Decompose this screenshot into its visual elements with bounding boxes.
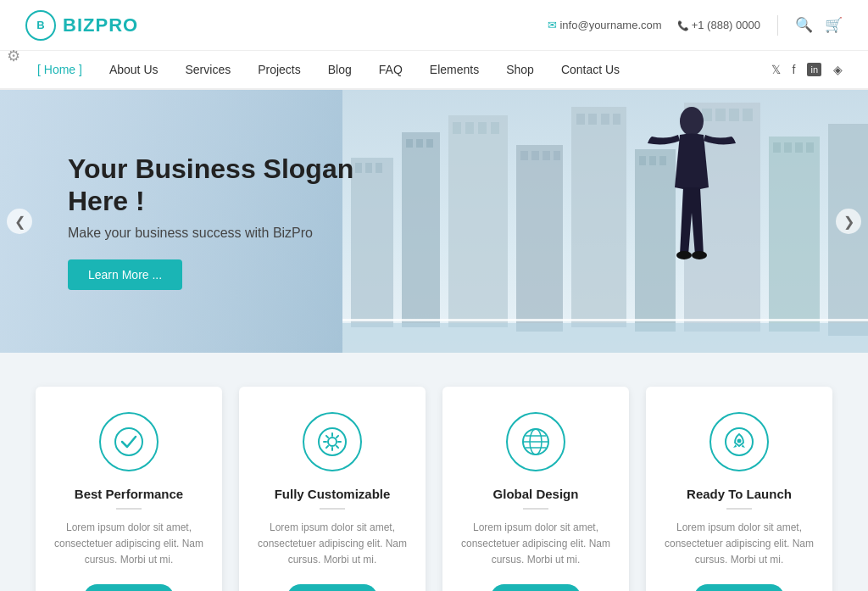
nav-item-elements[interactable]: Elements	[418, 53, 491, 86]
svg-rect-8	[426, 139, 433, 148]
svg-rect-22	[601, 114, 609, 125]
hero-city-svg	[342, 90, 868, 353]
nav-item-about[interactable]: About Us	[97, 53, 170, 86]
svg-point-46	[319, 428, 346, 455]
global-design-icon	[506, 412, 565, 471]
top-bar: B BIZPRO info@yourname.com +1 (888) 0000…	[0, 0, 868, 51]
svg-rect-9	[448, 115, 508, 327]
ready-to-launch-icon	[709, 412, 769, 471]
feature-card-ready-to-launch: Ready To Launch Lorem ipsum dolor sit am…	[646, 387, 832, 591]
fully-customizable-learn-more-button[interactable]: Learn More	[287, 584, 377, 591]
top-right-contact: info@yourname.com +1 (888) 0000 🔍 🛒	[548, 15, 843, 36]
nav-item-home[interactable]: [ Home ]	[25, 53, 94, 86]
facebook-icon[interactable]: f	[793, 63, 796, 76]
nav-item-services[interactable]: Services	[174, 53, 243, 86]
svg-rect-26	[649, 156, 656, 165]
svg-rect-20	[576, 114, 585, 125]
hero-prev-arrow[interactable]: ❮	[7, 209, 32, 234]
nav-links: [ Home ] About Us Services Projects Blog…	[25, 53, 632, 86]
rss-icon[interactable]: ◈	[833, 63, 843, 76]
svg-rect-17	[542, 151, 550, 160]
best-performance-learn-more-button[interactable]: Learn More	[84, 584, 174, 591]
svg-rect-5	[402, 132, 440, 327]
divider	[777, 15, 778, 36]
settings-icon[interactable]: ⚙	[7, 47, 20, 65]
svg-rect-33	[743, 109, 753, 121]
svg-rect-16	[531, 151, 539, 160]
hero-content: Your Business Slogan Here ! Make your bu…	[0, 153, 407, 291]
svg-rect-11	[465, 122, 474, 134]
ready-to-launch-title: Ready To Launch	[663, 487, 815, 501]
svg-point-54	[737, 439, 742, 443]
best-performance-title: Best Performance	[53, 487, 205, 501]
svg-rect-19	[571, 107, 626, 327]
search-icon[interactable]: 🔍	[795, 16, 813, 34]
best-performance-icon	[99, 412, 159, 471]
svg-rect-27	[659, 156, 666, 165]
svg-rect-21	[588, 114, 597, 125]
svg-rect-38	[806, 142, 814, 153]
svg-rect-25	[639, 156, 646, 165]
svg-rect-34	[769, 137, 820, 332]
fully-customizable-text: Lorem ipsum dolor sit amet, consectetuer…	[256, 520, 409, 569]
nav-item-faq[interactable]: FAQ	[367, 53, 415, 86]
ready-to-launch-learn-more-button[interactable]: Learn More	[694, 584, 784, 591]
svg-rect-15	[520, 151, 528, 160]
global-design-title: Global Design	[459, 487, 612, 501]
nav-item-contact[interactable]: Contact Us	[549, 53, 632, 86]
cart-icon[interactable]: 🛒	[825, 16, 843, 34]
feature-card-best-performance: Best Performance Lorem ipsum dolor sit a…	[36, 387, 222, 591]
contact-info: info@yourname.com +1 (888) 0000	[548, 19, 760, 31]
svg-rect-23	[613, 114, 620, 125]
hero-section: Your Business Slogan Here ! Make your bu…	[0, 90, 868, 353]
nav-item-blog[interactable]: Blog	[316, 53, 364, 86]
svg-rect-35	[773, 142, 781, 153]
hero-learn-more-button[interactable]: Learn More ...	[68, 259, 182, 290]
svg-point-45	[115, 428, 142, 455]
ready-to-launch-text: Lorem ipsum dolor sit amet, consectetuer…	[663, 520, 815, 569]
best-performance-text: Lorem ipsum dolor sit amet, consectetuer…	[53, 520, 205, 569]
global-design-divider	[523, 508, 548, 510]
svg-point-42	[680, 107, 704, 136]
email-info: info@yourname.com	[548, 19, 662, 31]
svg-point-47	[328, 438, 337, 446]
svg-rect-10	[453, 122, 461, 134]
svg-rect-40	[342, 323, 868, 353]
phone-info: +1 (888) 0000	[677, 19, 760, 31]
hero-title: Your Business Slogan Here !	[68, 153, 407, 218]
hero-subtitle: Make your business success with BizPro	[68, 226, 407, 241]
feature-card-global-design: Global Design Lorem ipsum dolor sit amet…	[442, 387, 629, 591]
svg-point-44	[692, 251, 707, 259]
svg-rect-12	[478, 122, 487, 134]
svg-rect-41	[342, 319, 868, 321]
global-design-text: Lorem ipsum dolor sit amet, consectetuer…	[459, 520, 612, 569]
twitter-icon[interactable]: 𝕏	[771, 63, 781, 76]
svg-rect-32	[729, 109, 739, 121]
svg-rect-31	[715, 109, 726, 121]
ready-to-launch-divider	[726, 508, 752, 510]
svg-rect-13	[491, 122, 499, 134]
svg-rect-37	[795, 142, 803, 153]
svg-rect-24	[635, 149, 676, 332]
nav-social: 𝕏 f in ◈	[771, 63, 843, 76]
svg-rect-6	[406, 139, 413, 148]
svg-rect-36	[784, 142, 792, 153]
hero-next-arrow[interactable]: ❯	[836, 209, 861, 234]
feature-card-fully-customizable: Fully Customizable Lorem ipsum dolor sit…	[239, 387, 426, 591]
nav-item-projects[interactable]: Projects	[246, 53, 313, 86]
global-design-learn-more-button[interactable]: Learn More	[491, 584, 581, 591]
fully-customizable-icon	[303, 412, 362, 471]
svg-rect-7	[416, 139, 423, 148]
best-performance-divider	[116, 508, 142, 510]
features-section: Best Performance Lorem ipsum dolor sit a…	[0, 353, 868, 591]
nav-bar: [ Home ] About Us Services Projects Blog…	[0, 51, 868, 90]
logo-text: BIZPRO	[63, 14, 138, 36]
linkedin-icon[interactable]: in	[807, 63, 821, 76]
nav-item-shop[interactable]: Shop	[494, 53, 546, 86]
logo-icon: B	[25, 10, 56, 41]
logo[interactable]: B BIZPRO	[25, 10, 138, 41]
svg-rect-18	[554, 151, 560, 160]
svg-point-43	[676, 251, 692, 259]
fully-customizable-title: Fully Customizable	[256, 487, 409, 501]
top-icons: 🔍 🛒	[795, 16, 843, 34]
